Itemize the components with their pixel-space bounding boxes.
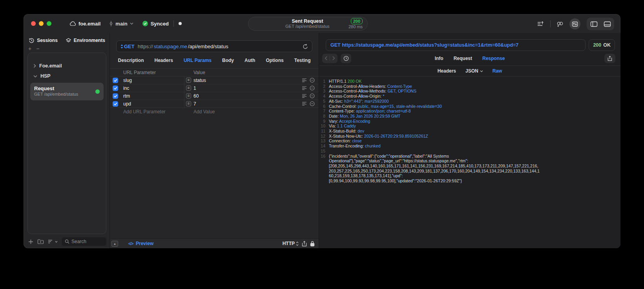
param-name-field[interactable]: rtm (123, 92, 184, 100)
url-scheme[interactable]: https:// (138, 44, 153, 49)
tab-auth[interactable]: Auth (244, 58, 255, 63)
drag-handle-icon[interactable] (302, 102, 307, 106)
header-value: application/json; charset=utf-8 (356, 109, 411, 113)
link-sync-button[interactable] (555, 18, 566, 29)
tree-group-foe-email[interactable]: Foe.email (30, 61, 104, 71)
response-topbar: GET https://statuspage.me/api/embed/stat… (319, 39, 620, 51)
protocol-selector[interactable]: HTTP (283, 241, 299, 246)
add-param-value-placeholder[interactable]: Add Value (184, 109, 215, 115)
param-name-field[interactable]: slug (123, 76, 184, 84)
add-session-button[interactable]: + (28, 47, 31, 51)
equals-operator-icon[interactable]: = (186, 101, 191, 106)
code-text: Vary: (329, 119, 339, 124)
param-checkbox-cell (110, 100, 123, 107)
line-number: 5 (319, 99, 329, 104)
project-selector[interactable]: foe.email (69, 21, 100, 27)
param-enabled-checkbox[interactable] (113, 78, 118, 83)
param-enabled-checkbox[interactable] (113, 85, 118, 91)
search-input[interactable] (71, 239, 103, 244)
response-tab-info[interactable]: Info (435, 56, 443, 61)
param-name-field[interactable]: inc (123, 84, 184, 92)
param-value-field[interactable]: status (193, 78, 206, 83)
param-value-field[interactable]: 60 (193, 93, 199, 99)
tree-group-hsp[interactable]: HSP (30, 71, 104, 81)
response-tab-response[interactable]: Response (482, 56, 505, 61)
code-line: 10Via: 1.1 Caddy (319, 124, 620, 129)
tab-testing[interactable]: Testing (294, 58, 311, 63)
tab-headers[interactable]: Headers (155, 58, 173, 63)
param-enabled-checkbox[interactable] (113, 93, 118, 99)
tab-description[interactable]: Description (118, 58, 144, 63)
remove-param-button[interactable] (310, 85, 315, 91)
code-line: 8Date: Mon, 26 Jan 2026 20:29:59 GMT (319, 114, 620, 119)
tab-body[interactable]: Body (222, 58, 234, 63)
sent-request-line[interactable]: GET https://statuspage.me/api/embed/stat… (326, 39, 586, 51)
minimize-window-button[interactable] (39, 21, 44, 26)
view-mode-raw[interactable]: Raw (493, 68, 502, 74)
view-mode-headers[interactable]: Headers (438, 68, 456, 74)
sidebar-search[interactable] (62, 237, 106, 246)
code-line: 13Connection: close (319, 138, 620, 144)
search-icon (65, 239, 69, 244)
sidebar: Sessions Environments + − (24, 33, 109, 248)
param-row: inc=1 (110, 84, 319, 92)
equals-operator-icon[interactable]: = (186, 78, 191, 83)
tab-options[interactable]: Options (266, 58, 283, 63)
param-row: upd=7 (110, 100, 319, 107)
param-value-field[interactable]: 7 (193, 101, 196, 107)
expand-panel-button[interactable]: ▲ (111, 241, 118, 247)
remove-session-button[interactable]: − (36, 47, 39, 51)
equals-operator-icon[interactable]: = (186, 85, 191, 91)
drag-handle-icon[interactable] (302, 86, 307, 90)
param-enabled-checkbox[interactable] (113, 101, 118, 107)
drag-handle-icon[interactable] (302, 94, 307, 98)
response-tabs: InfoRequestResponse (319, 56, 620, 61)
equals-operator-icon[interactable]: = (186, 93, 191, 98)
add-param-row[interactable]: Add URL Parameter Add Value (110, 107, 319, 115)
share-response-button[interactable] (604, 54, 615, 63)
sort-list-button[interactable] (48, 239, 58, 244)
add-request-button[interactable] (28, 239, 33, 244)
toggle-bottom-panel-button[interactable] (602, 18, 613, 29)
toggle-sidebar-button[interactable] (588, 18, 599, 29)
line-content: Access-Control-Allow-Headers: Content-Ty… (329, 84, 412, 89)
code-text: Cache-Control: (329, 104, 358, 109)
url-path[interactable]: /api/embed/status (188, 44, 228, 49)
response-tab-request[interactable]: Request (454, 56, 472, 61)
remove-param-button[interactable] (310, 101, 315, 106)
resend-refresh-button[interactable] (303, 44, 308, 49)
remove-param-button[interactable] (310, 93, 315, 98)
param-value-field[interactable]: 1 (193, 85, 196, 91)
tab-sessions[interactable]: Sessions (29, 38, 58, 44)
tab-url-params[interactable]: URL Params (184, 58, 212, 63)
sync-status[interactable]: Synced (142, 20, 169, 27)
zoom-window-button[interactable] (47, 21, 51, 26)
sent-request-pill[interactable]: Sent Request GET /api/embed/status 200 2… (248, 17, 368, 31)
transfer-panel-button[interactable] (569, 18, 580, 29)
response-toolbar: InfoRequestResponse (319, 51, 620, 65)
request-list-item-selected[interactable]: Request GET /api/embed/status (30, 83, 104, 100)
request-order-button[interactable] (535, 18, 546, 29)
line-content: 203,257,225,165,250,173,204,223,158,208,… (329, 169, 540, 174)
url-host[interactable]: statuspage.me (154, 44, 187, 49)
view-mode-json[interactable]: JSON (465, 68, 483, 74)
drag-handle-icon[interactable] (302, 78, 307, 82)
tab-environments[interactable]: Environments (66, 38, 105, 44)
response-status-text: OK (603, 42, 611, 48)
add-param-name-placeholder[interactable]: Add URL Parameter (110, 109, 184, 115)
lock-icon[interactable] (310, 241, 315, 247)
group-label: Foe.email (39, 63, 62, 69)
preview-button[interactable]: </> Preview (128, 241, 153, 246)
code-line: 5Alt-Svc: h3=":443"; ma=2592000 (319, 99, 620, 104)
close-window-button[interactable] (31, 21, 36, 26)
param-checkbox-cell (110, 84, 123, 92)
branch-selector[interactable]: main (109, 21, 133, 27)
code-text: Operational"},"page":"status","page_url"… (329, 158, 468, 163)
param-name-field[interactable]: upd (123, 100, 184, 107)
remove-param-button[interactable] (310, 78, 315, 83)
share-request-button[interactable] (302, 241, 307, 247)
request-url-bar[interactable]: GET https://statuspage.me/api/embed/stat… (116, 40, 312, 52)
new-folder-button[interactable] (37, 239, 44, 244)
method-selector[interactable]: GET (120, 44, 135, 49)
header-value: chunked (365, 144, 381, 148)
